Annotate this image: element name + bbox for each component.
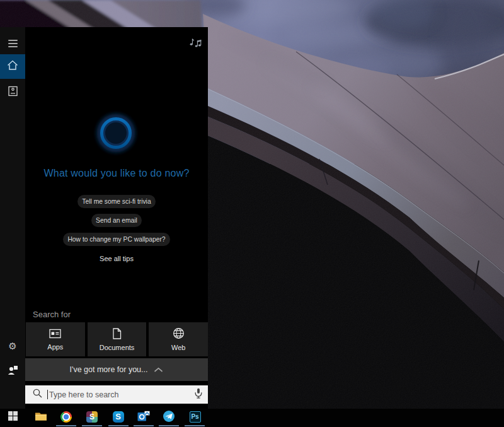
suggestion-send-email[interactable]: Send an email (91, 214, 142, 227)
suggestion-change-wallpaper[interactable]: How to change my PC wallpaper? (63, 233, 169, 246)
category-tile-label: Apps (47, 344, 63, 351)
search-category-tiles: Apps Documents Web (26, 322, 208, 356)
folder-icon (35, 411, 47, 423)
home-icon (7, 60, 18, 73)
chevron-up-icon (154, 365, 163, 375)
chrome-icon (60, 411, 72, 423)
category-tile-label: Documents (100, 344, 135, 351)
search-placeholder: Type here to search (49, 390, 195, 399)
running-indicator-telegram (159, 425, 179, 427)
sidebar-item-notebook[interactable] (0, 87, 25, 98)
suggestion-list: Tell me some sci-fi trivia Send an email… (25, 195, 208, 246)
taskbar-outlook[interactable] (137, 411, 150, 423)
taskbar-telegram[interactable] (163, 411, 175, 423)
document-icon (112, 328, 122, 341)
running-indicator-slack (82, 425, 102, 427)
running-indicator-chrome (56, 425, 76, 427)
menu-button[interactable] (0, 40, 25, 47)
sidebar-item-feedback[interactable] (0, 366, 25, 377)
category-tile-label: Web (171, 344, 185, 351)
cortana-greeting: What would you like to do now? (25, 168, 208, 179)
cortana-sidebar: ⚙ (0, 27, 25, 409)
windows-logo-icon (8, 411, 18, 423)
search-for-label: Search for (33, 310, 71, 319)
photoshop-icon: Ps (190, 411, 201, 423)
desktop: ⚙ What would you like to do now? Tell me… (0, 0, 504, 427)
running-indicator-skype (108, 425, 129, 427)
person-feedback-icon (8, 365, 18, 378)
search-box[interactable]: Type here to search (25, 385, 208, 404)
running-indicator-photoshop (185, 425, 205, 427)
category-tile-web[interactable]: Web (149, 322, 208, 356)
text-cursor (47, 390, 48, 399)
start-button[interactable] (8, 412, 18, 421)
more-for-you-button[interactable]: I've got more for you... (25, 358, 208, 381)
taskbar-file-explorer[interactable] (35, 411, 47, 423)
globe-icon (173, 327, 185, 341)
search-icon (32, 388, 43, 401)
skype-icon: S (113, 411, 124, 423)
running-indicator-outlook (134, 425, 154, 427)
taskbar-photoshop[interactable]: Ps (189, 411, 202, 423)
gear-icon: ⚙ (8, 341, 16, 352)
category-tile-apps[interactable]: Apps (26, 322, 85, 356)
apps-icon (49, 329, 61, 341)
notebook-icon (8, 86, 18, 99)
taskbar-slack[interactable]: S (86, 411, 98, 423)
microphone-icon[interactable] (195, 388, 202, 401)
see-all-tips-link[interactable]: See all tips (25, 254, 208, 262)
slack-icon: S (86, 411, 98, 423)
cortana-logo (91, 108, 141, 158)
taskbar: S S Ps (0, 409, 504, 427)
sidebar-item-settings[interactable]: ⚙ (0, 341, 25, 352)
taskbar-chrome[interactable] (60, 411, 72, 423)
telegram-icon (163, 411, 175, 424)
suggestion-sci-fi-trivia[interactable]: Tell me some sci-fi trivia (77, 195, 155, 208)
cortana-panel: What would you like to do now? Tell me s… (25, 27, 208, 409)
category-tile-documents[interactable]: Documents (88, 322, 147, 356)
outlook-icon (137, 411, 150, 424)
music-notes-icon[interactable] (189, 37, 202, 50)
sidebar-item-home[interactable] (0, 54, 25, 79)
more-for-you-label: I've got more for you... (70, 365, 148, 374)
taskbar-skype[interactable]: S (112, 411, 125, 423)
